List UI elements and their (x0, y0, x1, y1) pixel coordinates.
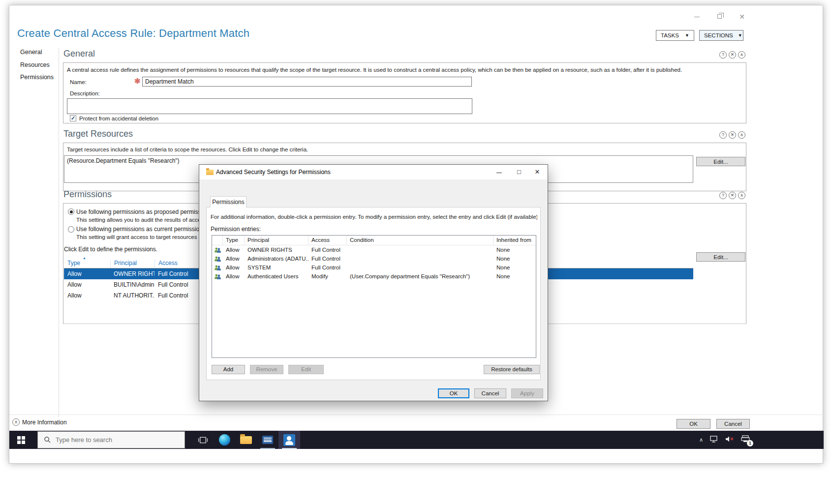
collapse-section-icon[interactable]: ∧ (738, 51, 745, 59)
running-indicator (282, 448, 297, 449)
protect-checkbox[interactable]: ✓ (70, 115, 76, 121)
column-header-principal[interactable]: Principal (245, 236, 308, 245)
required-asterisk-icon: ✱ (134, 77, 141, 86)
volume-muted-icon[interactable] (725, 436, 734, 445)
footer-divider (9, 415, 824, 415)
cell-access: Modify (308, 273, 347, 279)
dialog-close-button[interactable]: ✕ (529, 165, 546, 179)
cell-access: Full Control (308, 247, 347, 253)
column-header-type[interactable]: ▲Type (64, 260, 110, 268)
permissions-section-heading: Permissions (63, 189, 112, 200)
more-information-collapse-icon[interactable]: ∧ (12, 418, 20, 426)
dialog-instruction-text: For additional information, double-click… (211, 214, 537, 220)
active-directory-admin-center-icon (283, 434, 295, 446)
current-permissions-radio[interactable] (68, 226, 74, 233)
notification-icon[interactable]: 1 (741, 435, 750, 445)
chevron-down-icon: ▼ (685, 33, 689, 38)
help-icon[interactable]: ? (719, 51, 727, 59)
description-input[interactable] (67, 98, 472, 114)
proposed-permissions-radio[interactable] (68, 208, 74, 215)
tasks-dropdown-button[interactable]: TASKS ▼ (656, 30, 694, 41)
current-permissions-label[interactable]: Use following permissions as current per… (76, 226, 206, 233)
permission-entry-row[interactable]: Allow SYSTEM Full Control None (212, 263, 536, 272)
page-title: Create Central Access Rule: Department M… (17, 27, 249, 40)
running-indicator (260, 448, 275, 449)
collapse-section-icon[interactable]: ∧ (738, 131, 745, 139)
column-header-inherited-from[interactable]: Inherited from (493, 236, 536, 245)
permission-entries-table: Type Principal Access Condition Inherite… (212, 235, 536, 358)
adac-app-button[interactable] (278, 431, 300, 449)
entries-table-header: Type Principal Access Condition Inherite… (212, 236, 536, 245)
add-button[interactable]: Add (212, 365, 245, 374)
sidebar-item-permissions[interactable]: Permissions (20, 74, 54, 81)
window-minimize-button[interactable] (691, 12, 702, 21)
dialog-titlebar[interactable]: Advanced Security Settings for Permissio… (199, 165, 548, 179)
more-information-label[interactable]: More Information (22, 419, 67, 426)
name-input[interactable] (142, 77, 472, 87)
restore-defaults-button[interactable]: Restore defaults (484, 365, 540, 374)
sidebar-item-resources[interactable]: Resources (20, 61, 50, 68)
cell-type: Allow (64, 292, 110, 299)
cell-type: Allow (223, 273, 245, 279)
permission-entry-row[interactable]: Allow OWNER RIGHTS Full Control None (212, 245, 536, 254)
dialog-cancel-button[interactable]: Cancel (474, 388, 506, 398)
general-section-box: A central access rule defines the assign… (63, 62, 746, 123)
dialog-maximize-button[interactable]: □ (511, 165, 527, 179)
general-description-text: A central access rule defines the assign… (67, 67, 741, 73)
file-explorer-button[interactable] (235, 431, 257, 449)
users-icon (212, 265, 223, 271)
cell-condition: (User.Company department Equals "Researc… (347, 273, 493, 279)
permission-entry-row[interactable]: Allow Authenticated Users Modify (User.C… (212, 272, 536, 281)
close-section-icon[interactable]: ✕ (729, 51, 736, 59)
permission-entry-row[interactable]: Allow Administrators (ADATU... Full Cont… (212, 254, 536, 263)
sort-ascending-icon: ▲ (83, 256, 86, 260)
windows-logo-icon (17, 436, 25, 444)
dialog-minimize-button[interactable] (491, 165, 507, 179)
target-resources-description: Target resources include a list of crite… (67, 147, 308, 152)
sections-dropdown-button[interactable]: SECTIONS ▼ (699, 30, 743, 41)
column-header-access[interactable]: Access (308, 236, 347, 245)
window-restore-button[interactable] (714, 12, 725, 21)
cell-inherited-from: None (493, 273, 536, 279)
network-icon[interactable] (710, 436, 718, 445)
column-header-condition[interactable]: Condition (347, 236, 493, 245)
column-header-type[interactable]: Type (223, 236, 245, 245)
server-manager-button[interactable] (257, 431, 278, 449)
show-hidden-icons-chevron[interactable]: ∧ (699, 437, 703, 443)
criteria-item[interactable]: (Resource.Department Equals "Research") (67, 157, 180, 164)
start-button[interactable] (9, 431, 33, 449)
edge-browser-button[interactable] (214, 431, 235, 449)
folder-icon (206, 170, 214, 175)
cell-type: Allow (223, 265, 245, 270)
cancel-button[interactable]: Cancel (716, 419, 750, 429)
help-icon[interactable]: ? (719, 131, 727, 139)
close-section-icon[interactable]: ✕ (729, 131, 736, 139)
remove-button[interactable]: Remove (250, 365, 283, 374)
sidebar-item-general[interactable]: General (20, 49, 42, 56)
server-manager-icon (262, 436, 273, 444)
collapse-section-icon[interactable]: ∧ (738, 192, 745, 199)
cell-principal: SYSTEM (245, 265, 308, 270)
users-icon (212, 273, 223, 280)
taskbar-search[interactable] (37, 431, 185, 448)
cell-type: Allow (223, 256, 245, 262)
window-close-button[interactable]: ✕ (737, 12, 747, 21)
tab-permissions[interactable]: Permissions (210, 196, 247, 208)
search-input[interactable] (56, 436, 174, 444)
dialog-apply-button[interactable]: Apply (511, 388, 543, 398)
dialog-ok-button[interactable]: OK (438, 388, 469, 398)
edit-button[interactable]: Edit (288, 365, 324, 374)
notification-badge: 1 (747, 440, 753, 446)
proposed-permissions-label[interactable]: Use following permissions as proposed pe… (76, 208, 212, 215)
cell-access: Full Control (308, 265, 347, 270)
help-icon[interactable]: ? (719, 192, 727, 199)
close-section-icon[interactable]: ✕ (729, 192, 736, 199)
permissions-edit-button[interactable]: Edit... (696, 252, 745, 262)
column-header-principal[interactable]: Principal (110, 260, 154, 268)
ok-button[interactable]: OK (677, 419, 710, 429)
users-icon (212, 247, 223, 253)
task-view-button[interactable] (192, 431, 214, 449)
target-resources-heading: Target Resources (63, 129, 133, 139)
target-edit-button[interactable]: Edit... (696, 157, 745, 166)
cell-principal: Authenticated Users (245, 273, 308, 279)
